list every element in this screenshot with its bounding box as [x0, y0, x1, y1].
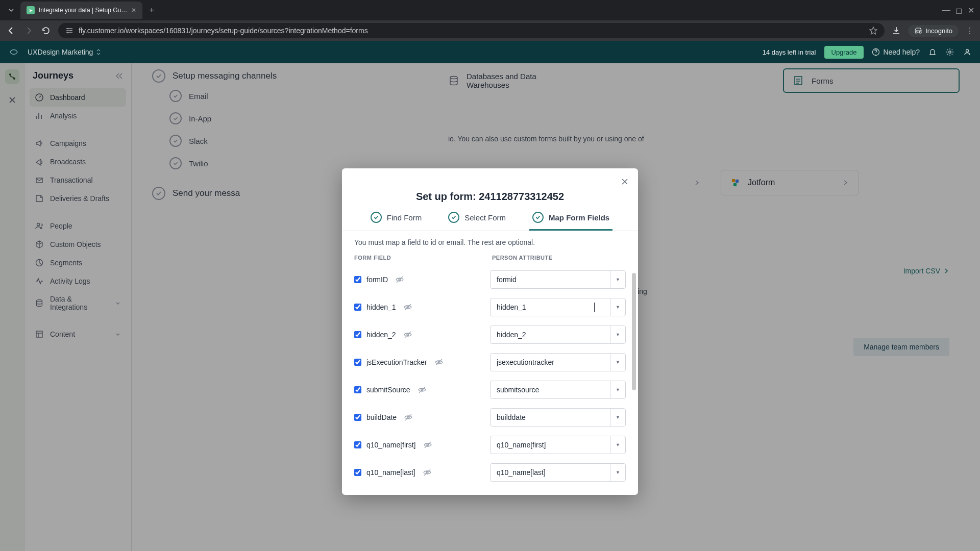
field-name: formID	[366, 276, 388, 284]
attribute-value[interactable]: q10_name[first]	[491, 436, 610, 454]
step-label: Map Form Fields	[549, 213, 609, 222]
chevron-down-icon[interactable]: ▼	[610, 298, 625, 316]
help-icon	[872, 48, 880, 56]
attribute-select[interactable]: hidden_2▼	[490, 325, 626, 344]
attribute-select[interactable]: builddate▼	[490, 408, 626, 427]
back-button[interactable]	[6, 26, 16, 35]
chevron-down-icon[interactable]: ▼	[610, 271, 625, 288]
upgrade-button[interactable]: Upgrade	[824, 46, 864, 59]
chevron-down-icon[interactable]: ▼	[610, 354, 625, 371]
chevron-down-icon[interactable]: ▼	[610, 464, 625, 481]
new-tab-button[interactable]: +	[144, 3, 159, 17]
eye-off-icon[interactable]	[418, 385, 427, 394]
field-checkbox[interactable]	[354, 359, 361, 366]
field-row: formIDformid▼	[354, 266, 626, 293]
favicon-icon: ➤	[27, 6, 35, 14]
attribute-select[interactable]: q10_name[last]▼	[490, 463, 626, 482]
attribute-value[interactable]: q10_name[last]	[491, 464, 610, 481]
attribute-value[interactable]: formid	[491, 271, 610, 288]
field-checkbox[interactable]	[354, 276, 361, 283]
tab-close-icon[interactable]: ✕	[131, 7, 136, 14]
svg-point-5	[966, 49, 969, 52]
attribute-select[interactable]: jsexecutiontracker▼	[490, 353, 626, 371]
bookmark-icon[interactable]	[869, 27, 877, 35]
help-link[interactable]: Need help?	[872, 48, 920, 56]
svg-point-2	[67, 32, 69, 34]
eye-off-icon[interactable]	[404, 413, 413, 422]
attribute-select[interactable]: hidden_1▼	[490, 298, 626, 316]
forward-button[interactable]	[23, 26, 34, 35]
field-checkbox[interactable]	[354, 331, 361, 338]
modal-body[interactable]: FORM FIELD PERSON ATTRIBUTE formIDformid…	[342, 251, 638, 495]
reload-button[interactable]	[41, 26, 51, 35]
attribute-value[interactable]: jsexecutiontracker	[491, 354, 610, 371]
chevron-down-icon[interactable]: ▼	[610, 409, 625, 426]
field-checkbox[interactable]	[354, 386, 361, 393]
attribute-select[interactable]: submitsource▼	[490, 381, 626, 399]
field-checkbox[interactable]	[354, 414, 361, 421]
browser-menu-icon[interactable]: ⋮	[966, 26, 974, 36]
attribute-value[interactable]: hidden_2	[491, 326, 610, 343]
chevron-down-icon[interactable]: ▼	[610, 326, 625, 343]
eye-off-icon[interactable]	[423, 440, 432, 449]
field-row: jsExecutionTrackerjsexecutiontracker▼	[354, 348, 626, 376]
wizard-step-select-form[interactable]: Select Form	[445, 212, 509, 231]
url-box[interactable]: fly.customer.io/workspaces/160831/journe…	[58, 23, 885, 38]
downloads-icon[interactable]	[892, 26, 901, 35]
field-name: hidden_1	[366, 303, 396, 311]
field-name: jsExecutionTracker	[366, 358, 427, 366]
field-row: q10_name[first]q10_name[first]▼	[354, 431, 626, 459]
wizard-step-map-fields[interactable]: Map Form Fields	[529, 212, 612, 231]
field-row: buildDatebuilddate▼	[354, 404, 626, 431]
browser-tab[interactable]: ➤ Integrate your data | Setup Gu… ✕	[20, 2, 142, 19]
app-logo-icon[interactable]	[8, 46, 19, 58]
browser-chrome: ➤ Integrate your data | Setup Gu… ✕ + — …	[0, 0, 980, 41]
tab-search-button[interactable]	[4, 3, 18, 17]
scrollbar[interactable]	[632, 273, 636, 390]
trial-text: 14 days left in trial	[763, 48, 816, 56]
profile-icon[interactable]	[963, 47, 972, 57]
svg-point-0	[67, 28, 69, 30]
eye-off-icon[interactable]	[423, 468, 432, 477]
chevron-down-icon[interactable]: ▼	[610, 381, 625, 398]
window-close-icon[interactable]: ✕	[966, 6, 976, 15]
attribute-value[interactable]: builddate	[491, 409, 610, 426]
field-row: hidden_2hidden_2▼	[354, 321, 626, 348]
modal-setup-form: Set up form: 241128773312452 Find Form S…	[342, 168, 638, 495]
text-cursor	[594, 303, 595, 312]
attribute-select[interactable]: q10_name[first]▼	[490, 436, 626, 454]
field-checkbox[interactable]	[354, 441, 361, 448]
column-header-person-attribute: PERSON ATTRIBUTE	[492, 255, 553, 261]
eye-off-icon[interactable]	[395, 275, 404, 284]
window-minimize-icon[interactable]: —	[941, 6, 951, 15]
attribute-value[interactable]: submitsource	[491, 381, 610, 398]
eye-off-icon[interactable]	[403, 303, 412, 312]
chevron-down-icon[interactable]: ▼	[610, 436, 625, 454]
field-name: q10_name[last]	[366, 468, 415, 477]
step-label: Find Form	[387, 213, 422, 222]
settings-icon[interactable]	[945, 47, 954, 57]
eye-off-icon[interactable]	[403, 330, 412, 339]
column-header-form-field: FORM FIELD	[354, 255, 492, 261]
notifications-icon[interactable]	[928, 47, 937, 57]
field-name: q10_name[first]	[366, 441, 416, 449]
app: UXDesign Marketing 14 days left in trial…	[0, 41, 980, 551]
workspace-switcher[interactable]: UXDesign Marketing	[28, 48, 101, 56]
eye-off-icon[interactable]	[434, 358, 444, 367]
field-checkbox[interactable]	[354, 469, 361, 476]
check-circle-icon	[371, 212, 382, 223]
field-checkbox[interactable]	[354, 304, 361, 311]
wizard-step-find-form[interactable]: Find Form	[368, 212, 425, 231]
attribute-select[interactable]: formid▼	[490, 270, 626, 289]
window-restore-icon[interactable]: ◻	[953, 6, 964, 15]
site-settings-icon[interactable]	[65, 27, 74, 34]
field-name: submitSource	[366, 386, 410, 394]
wizard-steps: Find Form Select Form Map Form Fields	[342, 212, 638, 231]
address-bar: fly.customer.io/workspaces/160831/journe…	[0, 20, 980, 41]
field-row: q10_name[last]q10_name[last]▼	[354, 459, 626, 486]
svg-point-4	[949, 51, 951, 53]
step-label: Select Form	[464, 213, 506, 222]
attribute-value[interactable]: hidden_1	[491, 298, 610, 316]
tab-title: Integrate your data | Setup Gu…	[39, 7, 127, 14]
close-icon[interactable]	[619, 176, 631, 188]
